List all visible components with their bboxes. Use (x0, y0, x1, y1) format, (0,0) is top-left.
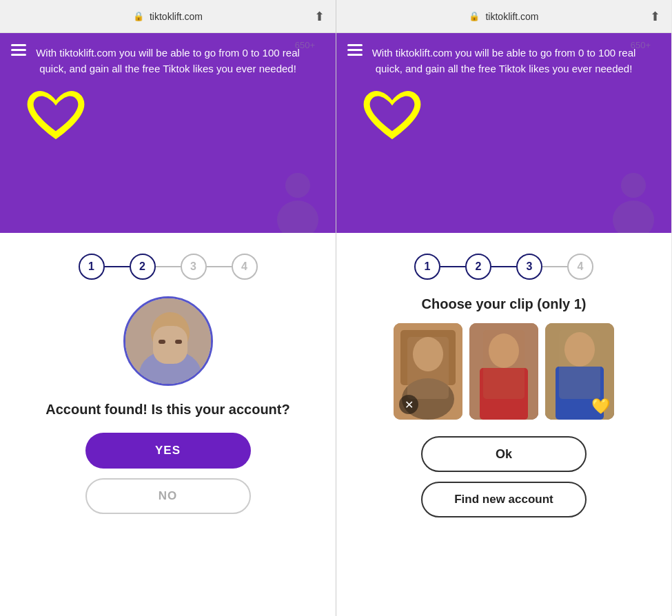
svg-rect-7 (175, 340, 182, 344)
content-area-right: 1 2 3 4 Choose your clip (only 1) (336, 233, 671, 616)
header-text-right: With tiktoklift.com you will be able to … (347, 45, 660, 76)
share-icon-left[interactable]: ⬆ (314, 9, 325, 24)
account-found-text: Account found! Is this your account? (45, 400, 289, 419)
heart-container-right (347, 88, 660, 146)
right-panel: 🔒 tiktoklift.com ⬆ With tiktoklift.com y… (336, 0, 671, 616)
svg-rect-18 (483, 330, 525, 399)
lock-icon-right: 🔒 (469, 11, 480, 21)
watermark-text-left: 650+ (295, 40, 315, 50)
step-indicator-right: 1 2 3 4 (414, 254, 593, 280)
browser-bar-left: 🔒 tiktoklift.com ⬆ (0, 0, 336, 33)
silhouette-right (602, 168, 664, 240)
purple-header-right: With tiktoklift.com you will be able to … (336, 33, 671, 233)
clip-grid: ✕ (394, 323, 614, 420)
step-line-3-right (542, 266, 567, 267)
step-1-right: 1 (414, 254, 440, 280)
step-1-left: 1 (79, 254, 105, 280)
step-4-right: 4 (567, 254, 593, 280)
clip-item-1[interactable]: ✕ (394, 323, 462, 420)
svg-point-1 (277, 201, 318, 237)
yes-button[interactable]: YES (85, 433, 251, 469)
choose-clip-title: Choose your clip (only 1) (422, 296, 587, 312)
step-indicator-left: 1 2 3 4 (79, 254, 258, 280)
svg-point-9 (613, 201, 654, 237)
step-2-right: 2 (465, 254, 491, 280)
svg-rect-14 (407, 337, 449, 399)
step-line-1-right (440, 266, 465, 267)
lock-icon-left: 🔒 (133, 11, 144, 21)
watermark-text-right: 650+ (631, 40, 651, 50)
menu-icon-left[interactable] (11, 44, 26, 56)
no-button[interactable]: NO (85, 478, 251, 514)
step-line-1-left (105, 266, 130, 267)
header-text-left: With tiktoklift.com you will be able to … (11, 45, 325, 76)
share-icon-right[interactable]: ⬆ (650, 9, 660, 24)
heart-container-left (11, 88, 325, 146)
browser-bar-right: 🔒 tiktoklift.com ⬆ (336, 0, 671, 33)
clip-selected-icon-1: ✕ (399, 395, 418, 414)
svg-point-0 (285, 173, 310, 198)
clip-thumb-2 (469, 323, 538, 420)
step-line-3-left (207, 266, 232, 267)
svg-point-8 (621, 173, 646, 198)
url-left: tiktoklift.com (150, 11, 203, 22)
svg-rect-6 (159, 340, 165, 344)
clip-item-2[interactable] (469, 323, 538, 420)
clip-item-3[interactable]: 💛 (545, 323, 614, 420)
step-3-right: 3 (516, 254, 542, 280)
url-right: tiktoklift.com (485, 11, 538, 22)
step-line-2-left (156, 266, 181, 267)
step-4-left: 4 (232, 254, 258, 280)
avatar-image (125, 298, 211, 384)
heart-icon-left (25, 88, 87, 146)
content-area-left: 1 2 3 4 Account found! Is th (0, 233, 336, 616)
step-line-2-right (491, 266, 516, 267)
profile-avatar (123, 296, 213, 386)
left-panel: 🔒 tiktoklift.com ⬆ With tiktoklift.com y… (0, 0, 336, 616)
find-new-account-button[interactable]: Find new account (421, 482, 587, 517)
ok-button[interactable]: Ok (421, 436, 587, 472)
step-3-left: 3 (181, 254, 207, 280)
heart-icon-right (361, 88, 423, 146)
svg-rect-5 (153, 326, 187, 364)
purple-header-left: With tiktoklift.com you will be able to … (0, 33, 336, 233)
step-2-left: 2 (130, 254, 156, 280)
menu-icon-right[interactable] (347, 44, 363, 56)
silhouette-left (267, 168, 329, 240)
svg-rect-22 (559, 330, 600, 399)
clip-emoji-3: 💛 (591, 398, 610, 415)
